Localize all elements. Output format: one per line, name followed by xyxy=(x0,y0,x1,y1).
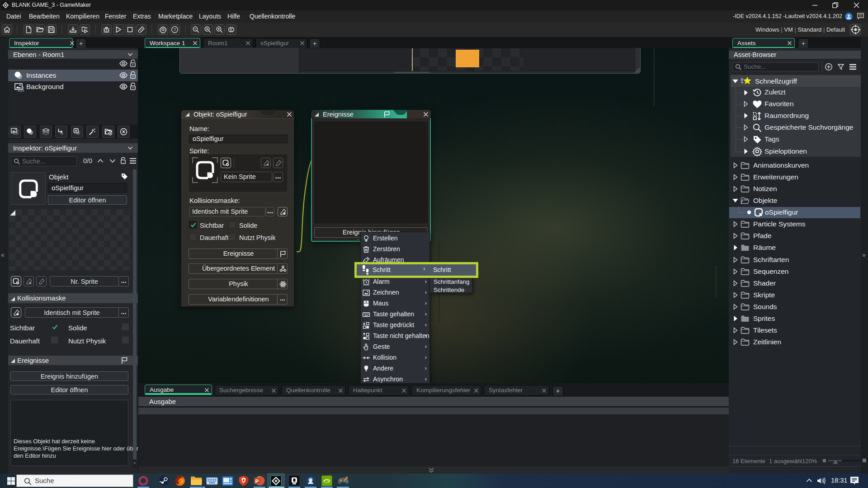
svg-text:?: ? xyxy=(174,27,176,32)
svg-text:P: P xyxy=(255,479,259,484)
